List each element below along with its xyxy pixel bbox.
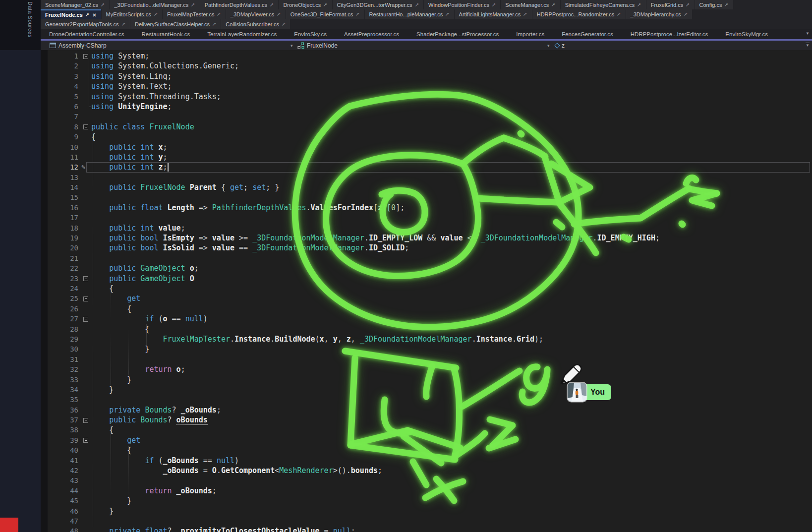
pin-icon[interactable]: ⊸: [413, 1, 420, 8]
code-line-35[interactable]: 35: [48, 395, 812, 405]
code-line-13[interactable]: 13: [48, 173, 812, 182]
code-line-6[interactable]: 6using UnityEngine;: [48, 102, 812, 112]
code-line-38[interactable]: 38 {: [48, 425, 812, 435]
tab-CollisionSubscriber.cs[interactable]: CollisionSubscriber.cs⊸: [221, 19, 290, 29]
code-line-36[interactable]: 36 private Bounds? _oBounds;: [48, 405, 812, 415]
code-line-22[interactable]: 22 public GameObject o;: [48, 263, 812, 273]
code-line-14[interactable]: 14 public FruxelNode Parent { get; set; …: [48, 182, 812, 192]
pin-icon[interactable]: ⊸: [522, 11, 528, 17]
pin-icon[interactable]: ⊸: [616, 11, 622, 17]
pin-icon[interactable]: ⊸: [269, 1, 275, 8]
code-line-48[interactable]: 48 private float? _proximityToClosestObs…: [48, 526, 812, 532]
tab-_3DMapViewer.cs[interactable]: _3DMapViewer.cs⊸: [226, 9, 286, 19]
code-line-11[interactable]: 11 public int y;: [48, 152, 812, 162]
pin-icon[interactable]: ⊸: [152, 11, 159, 17]
tab-SceneManager_02.cs[interactable]: SceneManager_02.cs⊸: [41, 0, 109, 9]
tab-MyEditorScripts.cs[interactable]: MyEditorScripts.cs⊸: [102, 9, 162, 19]
tab-ShaderPackage...stProcessor.cs[interactable]: ShaderPackage...stProcessor.cs: [408, 29, 507, 39]
code-line-19[interactable]: 19 public bool IsEmpty => value >= _3DFo…: [48, 233, 812, 243]
code-line-42[interactable]: 42 _oBounds = O.GetComponent<MeshRendere…: [48, 466, 812, 475]
code-line-1[interactable]: 1using System;: [48, 51, 812, 61]
breadcrumb-type[interactable]: FruxelNode: [297, 41, 338, 50]
tab-SceneManager.cs[interactable]: SceneManager.cs⊸: [501, 0, 560, 9]
tab-DroneObject.cs[interactable]: DroneObject.cs⊸: [279, 0, 332, 9]
tab-FruxelGrid.cs[interactable]: FruxelGrid.cs⊸: [646, 0, 695, 9]
tab-_3DMapHierarchy.cs[interactable]: _3DMapHierarchy.cs⊸: [626, 9, 692, 19]
tab-RestaurantHook.cs[interactable]: RestaurantHook.cs: [133, 29, 199, 39]
code-line-23[interactable]: 23 public GameObject O: [48, 274, 812, 284]
code-line-21[interactable]: 21: [48, 253, 812, 263]
code-line-46[interactable]: 46 }: [48, 506, 812, 516]
pin-icon[interactable]: ⊸: [84, 11, 91, 18]
pin-icon[interactable]: ⊸: [216, 11, 222, 17]
code-line-15[interactable]: 15: [48, 192, 812, 202]
tab-EnviroSky.cs[interactable]: EnviroSky.cs: [286, 29, 335, 39]
pin-icon[interactable]: ⊸: [120, 21, 126, 27]
tab-RestaurantHo...pleManager.cs[interactable]: RestaurantHo...pleManager.cs⊸: [365, 9, 454, 19]
pin-icon[interactable]: ⊸: [685, 1, 691, 8]
code-line-29[interactable]: 29 FruxelMapTester.Instance.BuildNode(x,…: [48, 334, 812, 344]
tab-FruxelNode.cs[interactable]: FruxelNode.cs⊸✕: [41, 9, 101, 19]
close-icon[interactable]: ✕: [92, 12, 96, 18]
fold-collapse-icon[interactable]: [83, 276, 88, 281]
pin-icon[interactable]: ⊸: [281, 21, 287, 27]
code-line-5[interactable]: 5using System.Threading.Tasks;: [48, 92, 812, 102]
tab-ArtificialLightsManager.cs[interactable]: ArtificialLightsManager.cs⊸: [455, 9, 532, 19]
pin-icon[interactable]: ⊸: [491, 1, 497, 8]
pin-icon[interactable]: ⊸: [211, 21, 218, 27]
code-line-32[interactable]: 32 return o;: [48, 364, 812, 374]
pin-icon[interactable]: ⊸: [636, 1, 642, 8]
tab-Generator2ExportMapTools.cs[interactable]: Generator2ExportMapTools.cs⊸: [41, 19, 130, 29]
breadcrumb-dropdown-2[interactable]: ▾: [547, 41, 550, 50]
code-editor[interactable]: 1using System;2using System.Collections.…: [48, 50, 812, 532]
tab-DroneOrientationController.cs[interactable]: DroneOrientationController.cs: [41, 29, 133, 39]
code-line-34[interactable]: 34 }: [48, 385, 812, 395]
code-line-41[interactable]: 41 if (_oBounds == null): [48, 456, 812, 466]
pin-icon[interactable]: ⊸: [322, 1, 329, 8]
code-line-17[interactable]: 17: [48, 213, 812, 223]
fold-collapse-icon[interactable]: [83, 438, 88, 443]
pin-icon[interactable]: ⊸: [276, 11, 282, 17]
code-line-44[interactable]: 44 return _oBounds;: [48, 486, 812, 496]
code-line-7[interactable]: 7: [48, 112, 812, 121]
code-line-4[interactable]: 4using System.Text;: [48, 81, 812, 91]
tab-AssetPreprocessor.cs[interactable]: AssetPreprocessor.cs: [336, 29, 407, 39]
code-line-20[interactable]: 20 public bool IsSolid => value == _3DFo…: [48, 243, 812, 253]
code-line-30[interactable]: 30 }: [48, 344, 812, 354]
code-line-2[interactable]: 2using System.Collections.Generic;: [48, 61, 812, 71]
tab-Config.cs[interactable]: Config.cs⊸: [695, 0, 733, 9]
tab-FencesGenerator.cs[interactable]: FencesGenerator.cs: [553, 29, 622, 39]
pin-icon[interactable]: ⊸: [444, 11, 451, 17]
code-line-47[interactable]: 47: [48, 516, 812, 526]
tab-WindowPositionFinder.cs[interactable]: WindowPositionFinder.cs⊸: [424, 0, 500, 9]
fold-collapse-icon[interactable]: [83, 124, 88, 129]
code-line-40[interactable]: 40 {: [48, 445, 812, 455]
pin-icon[interactable]: ⊸: [354, 11, 361, 17]
pin-icon[interactable]: ⊸: [100, 1, 106, 8]
tab-HDRPPostproc...Randomizer.cs[interactable]: HDRPPostproc...Randomizer.cs⊸: [532, 9, 626, 19]
code-line-43[interactable]: 43: [48, 475, 812, 485]
tab-FruxelMapTester.cs[interactable]: FruxelMapTester.cs⊸: [163, 9, 226, 19]
breadcrumb-assembly[interactable]: Assembly-CSharp: [50, 41, 107, 50]
tab-TerrainLayerRandomizer.cs[interactable]: TerrainLayerRandomizer.cs: [199, 29, 285, 39]
code-line-39[interactable]: 39 get: [48, 435, 812, 445]
tab-Importer.cs[interactable]: Importer.cs: [508, 29, 553, 39]
code-line-3[interactable]: 3using System.Linq;: [48, 71, 812, 81]
tab-EnviroSkyMgr.cs[interactable]: EnviroSkyMgr.cs: [717, 29, 776, 39]
code-line-26[interactable]: 26 {: [48, 304, 812, 314]
breadcrumb-overflow-icon[interactable]: ▼: [806, 43, 810, 48]
code-line-24[interactable]: 24 {: [48, 284, 812, 294]
code-line-28[interactable]: 28 {: [48, 324, 812, 334]
pin-icon[interactable]: ⊸: [723, 1, 730, 8]
code-line-25[interactable]: 25 get: [48, 294, 812, 303]
code-line-9[interactable]: 9{: [48, 132, 812, 142]
tab-CityGen3DGen...torWrapper.cs[interactable]: CityGen3DGen...torWrapper.cs⊸: [333, 0, 423, 9]
code-line-33[interactable]: 33 }: [48, 375, 812, 385]
code-line-31[interactable]: 31: [48, 355, 812, 364]
pin-icon[interactable]: ⊸: [550, 1, 557, 8]
fold-collapse-icon[interactable]: [83, 317, 88, 322]
tab-DeliverySurfaceClassHelper.cs[interactable]: DeliverySurfaceClassHelper.cs⊸: [130, 19, 221, 29]
code-line-18[interactable]: 18 public int value;: [48, 223, 812, 233]
code-line-16[interactable]: 16 public float Length => PathfinderDept…: [48, 203, 812, 213]
pin-icon[interactable]: ⊸: [190, 1, 196, 8]
